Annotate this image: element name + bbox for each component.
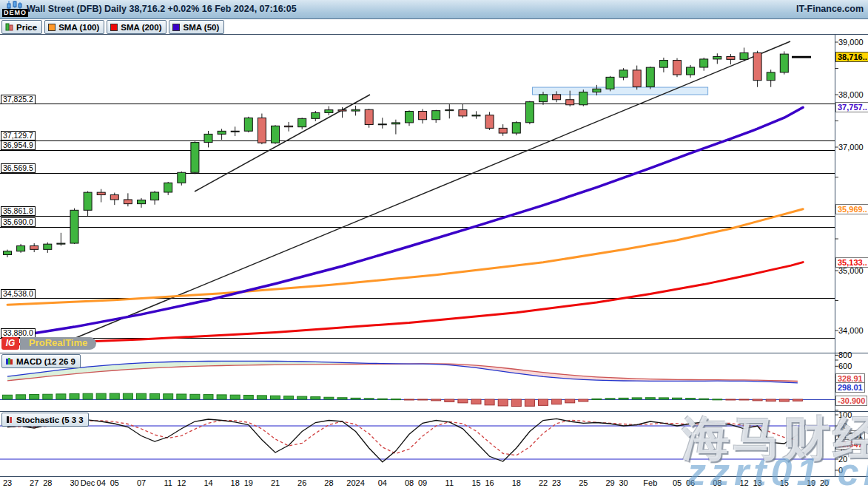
candle-body — [231, 131, 239, 132]
date-axis-label: 23 — [3, 478, 12, 487]
date-axis-label: 05 — [110, 478, 119, 487]
candle-body — [151, 192, 159, 200]
date-axis-label: 30 — [619, 478, 628, 487]
price-value-box: 35,969.. — [835, 204, 868, 214]
candle-body — [218, 131, 226, 134]
macd-hist-bar — [525, 399, 534, 406]
macd-hist-bar — [177, 394, 186, 399]
macd-hist-bar — [418, 399, 428, 400]
macd-panel — [0, 361, 835, 406]
macd-value-box: -30.900 — [835, 396, 867, 406]
macd-hist-bar — [458, 399, 468, 403]
sma100-line — [7, 209, 803, 305]
level-price-label: 34,538.0 — [1, 289, 36, 299]
macd-icon — [5, 357, 13, 365]
date-axis-label: 12 — [739, 478, 748, 487]
macd-hist-bar — [243, 395, 253, 399]
candle-body — [138, 200, 146, 204]
price-value-box: 38,716.. — [835, 52, 868, 62]
macd-hist-bar — [498, 399, 508, 406]
date-axis-label: 28 — [324, 478, 333, 487]
level-price-label: 35,690.0 — [1, 217, 36, 227]
macd-axis-label: 800 — [838, 350, 852, 359]
candle-body — [646, 67, 654, 87]
candle-body — [619, 70, 628, 78]
stoch-k-line — [7, 418, 798, 462]
candle-body — [258, 118, 266, 143]
chart-canvas[interactable] — [0, 0, 868, 488]
macd-hist-bar — [552, 399, 562, 404]
price-axis-label: 39,000 — [838, 38, 864, 47]
stoch-axis-label: 0 — [838, 466, 843, 475]
candle-body — [499, 128, 507, 133]
macd-hist-bar — [3, 395, 13, 399]
candle-body — [312, 112, 320, 118]
macd-hist-bar — [364, 399, 374, 399]
macd-hist-bar — [485, 399, 494, 405]
macd-hist-bar — [297, 396, 307, 399]
date-axis-label: 29 — [605, 478, 614, 487]
candle-body — [659, 61, 667, 68]
candle-body — [700, 59, 708, 67]
stochastic-icon — [5, 416, 13, 424]
stochastic-label: Stochastic (5 3 3 — [16, 416, 84, 424]
candle-body — [378, 124, 386, 125]
macd-label-chip[interactable]: MACD (12 26 9 — [1, 354, 81, 368]
candle-body — [753, 52, 761, 80]
macd-hist-bar — [217, 395, 226, 399]
macd-hist-bar — [779, 399, 789, 401]
date-axis-label: 22 — [539, 478, 548, 487]
time-axis[interactable] — [0, 477, 868, 488]
candle-body — [740, 52, 748, 59]
candle-body — [673, 61, 682, 75]
candle-body — [579, 92, 588, 105]
candle-body — [84, 192, 92, 210]
candle-body — [272, 126, 280, 143]
candle-body — [406, 112, 414, 123]
candle-body — [338, 110, 346, 111]
panel-frames — [0, 35, 868, 481]
candle-body — [566, 100, 574, 105]
candle-body — [285, 126, 293, 126]
macd-hist-bar — [150, 393, 160, 399]
macd-hist-bar — [592, 399, 602, 399]
candle-body — [178, 172, 186, 183]
candle-body — [391, 123, 400, 124]
candle-body — [70, 210, 78, 243]
date-axis-label: 23 — [552, 478, 561, 487]
date-axis-label: 09 — [418, 478, 427, 487]
macd-hist-bar — [311, 397, 320, 399]
macd-label: MACD (12 26 9 — [16, 357, 75, 366]
date-axis-label: 28 — [43, 478, 52, 487]
candle-body — [44, 244, 52, 249]
date-axis-label: 06 — [686, 478, 695, 487]
candle-body — [57, 243, 65, 244]
macd-hist-bar — [230, 395, 240, 399]
price-value-box: 37,757.. — [835, 102, 868, 112]
candle-body — [351, 109, 360, 111]
sma200-line — [7, 262, 803, 345]
date-axis-label: 07 — [137, 478, 146, 487]
stochastic-label-chip[interactable]: Stochastic (5 3 3 — [1, 413, 89, 427]
candle-body — [164, 183, 172, 192]
candle-body — [727, 56, 735, 59]
candle-body — [553, 95, 561, 100]
macd-hist-bar — [271, 396, 280, 399]
price-value-box: 35,133.. — [835, 257, 868, 268]
macd-hist-bar — [565, 399, 575, 403]
candle-body — [17, 245, 25, 251]
price-axis-label: 35,000 — [838, 266, 864, 275]
macd-hist-bar — [43, 394, 53, 399]
candle-body — [30, 245, 38, 249]
date-axis-label: 26 — [297, 478, 306, 487]
date-axis-label: 19 — [807, 478, 815, 487]
candle-body — [485, 115, 494, 129]
candle-body — [325, 110, 333, 113]
stoch-axis-label: 80 — [838, 421, 847, 430]
candle-body — [110, 194, 118, 199]
date-axis-label: 19 — [244, 478, 253, 487]
date-axis-label: 18 — [231, 478, 240, 487]
date-axis-label: 12 — [177, 478, 186, 487]
stoch-axis-label: 100 — [838, 410, 852, 419]
macd-hist-bar — [632, 398, 642, 399]
